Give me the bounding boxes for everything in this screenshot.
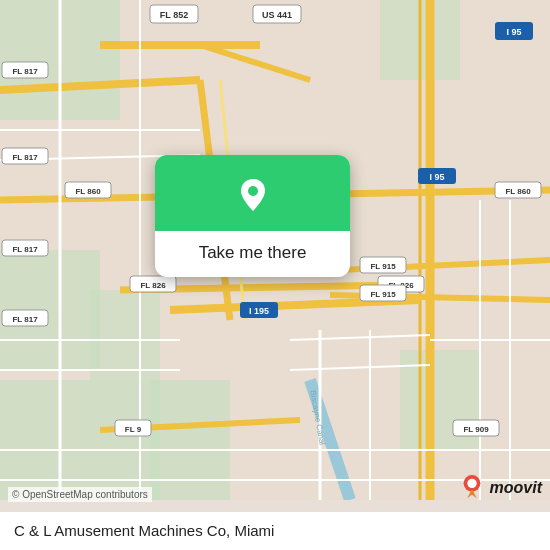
bottom-bar: C & L Amusement Machines Co, Miami [0,512,550,550]
moovit-text: moovit [490,479,542,497]
svg-text:FL 915: FL 915 [370,290,396,299]
business-name: C & L Amusement Machines Co [14,522,226,539]
business-location: , Miami [226,522,274,539]
svg-text:US 441: US 441 [262,10,292,20]
attribution: © OpenStreetMap contributors [8,487,152,502]
svg-text:FL 860: FL 860 [75,187,101,196]
svg-text:FL 852: FL 852 [160,10,188,20]
svg-text:FL 826: FL 826 [140,281,166,290]
moovit-icon [458,474,486,502]
svg-text:FL 817: FL 817 [12,67,38,76]
svg-rect-3 [0,380,160,500]
svg-text:I 195: I 195 [249,306,269,316]
svg-point-75 [467,479,476,488]
svg-text:I 95: I 95 [506,27,521,37]
svg-rect-7 [90,290,160,380]
svg-text:FL 915: FL 915 [370,262,396,271]
svg-text:FL 817: FL 817 [12,245,38,254]
svg-text:I 95: I 95 [429,172,444,182]
moovit-logo: moovit [458,474,542,502]
svg-text:FL 817: FL 817 [12,315,38,324]
svg-text:FL 817: FL 817 [12,153,38,162]
location-pin-icon [231,173,275,217]
svg-text:FL 909: FL 909 [463,425,489,434]
take-me-there-button[interactable]: Take me there [155,231,350,277]
popup-card: Take me there [155,155,350,277]
svg-rect-4 [150,380,230,500]
popup-top [155,155,350,231]
map-container: FL 852 US 441 I 95 FL 817 FL 817 FL 817 … [0,0,550,550]
svg-point-73 [248,186,258,196]
svg-text:FL 9: FL 9 [125,425,142,434]
svg-text:FL 860: FL 860 [505,187,531,196]
